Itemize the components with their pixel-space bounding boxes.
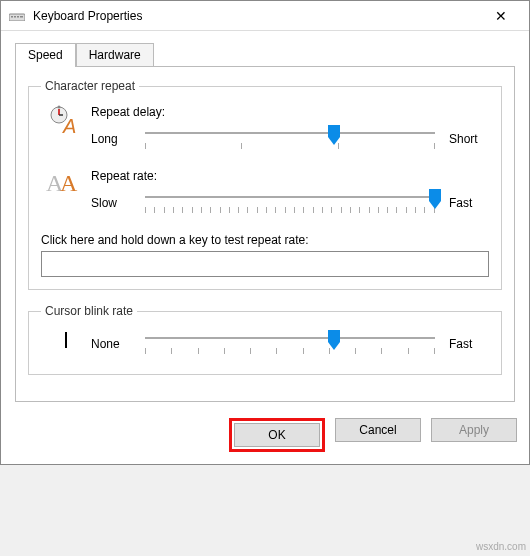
svg-marker-15 [328,330,340,350]
cursor-blink-slider[interactable] [145,330,435,358]
watermark: wsxdn.com [476,541,526,552]
keyboard-icon [9,7,25,25]
svg-rect-3 [17,16,19,18]
svg-text:A: A [60,170,78,196]
dialog-window: Keyboard Properties ✕ Speed Hardware Cha… [0,0,530,465]
apply-button[interactable]: Apply [431,418,517,442]
repeat-delay-icon: A [49,105,83,139]
group-cursor-blink: Cursor blink rate None [28,304,502,375]
test-repeat-input[interactable] [41,251,489,277]
cursor-blink-thumb[interactable] [328,330,340,350]
svg-rect-1 [11,16,13,18]
repeat-delay-slider[interactable] [145,125,435,153]
titlebar: Keyboard Properties ✕ [1,1,529,31]
dialog-buttons: OK Cancel Apply [1,410,529,464]
repeat-delay-thumb[interactable] [328,125,340,145]
cursor-blink-preview [61,330,71,354]
repeat-rate-right: Fast [449,196,489,210]
repeat-delay-label: Repeat delay: [91,105,489,119]
cancel-button[interactable]: Cancel [335,418,421,442]
close-button[interactable]: ✕ [481,8,521,24]
svg-text:A: A [62,115,76,135]
ok-highlight: OK [229,418,325,452]
repeat-rate-left: Slow [91,196,131,210]
repeat-rate-icon: A A [46,169,86,201]
svg-rect-2 [14,16,16,18]
group-character-repeat: Character repeat A [28,79,502,290]
dialog-title: Keyboard Properties [33,9,142,23]
group-cursor-blink-legend: Cursor blink rate [41,304,137,318]
test-repeat-label: Click here and hold down a key to test r… [41,233,489,247]
repeat-rate-thumb[interactable] [429,189,441,209]
svg-rect-4 [20,16,23,18]
cursor-blink-right: Fast [449,337,489,351]
ok-button[interactable]: OK [234,423,320,447]
tab-speed[interactable]: Speed [15,43,76,67]
svg-marker-13 [429,189,441,209]
svg-rect-14 [65,332,67,348]
svg-point-8 [58,106,61,109]
repeat-delay-right: Short [449,132,489,146]
repeat-delay-left: Long [91,132,131,146]
svg-marker-10 [328,125,340,145]
client-area: Speed Hardware Character repeat A [1,31,529,410]
group-character-repeat-legend: Character repeat [41,79,139,93]
cursor-blink-left: None [91,337,131,351]
repeat-rate-label: Repeat rate: [91,169,489,183]
tab-panel-speed: Character repeat A [15,66,515,402]
tab-hardware[interactable]: Hardware [76,43,154,67]
repeat-rate-slider[interactable] [145,189,435,217]
